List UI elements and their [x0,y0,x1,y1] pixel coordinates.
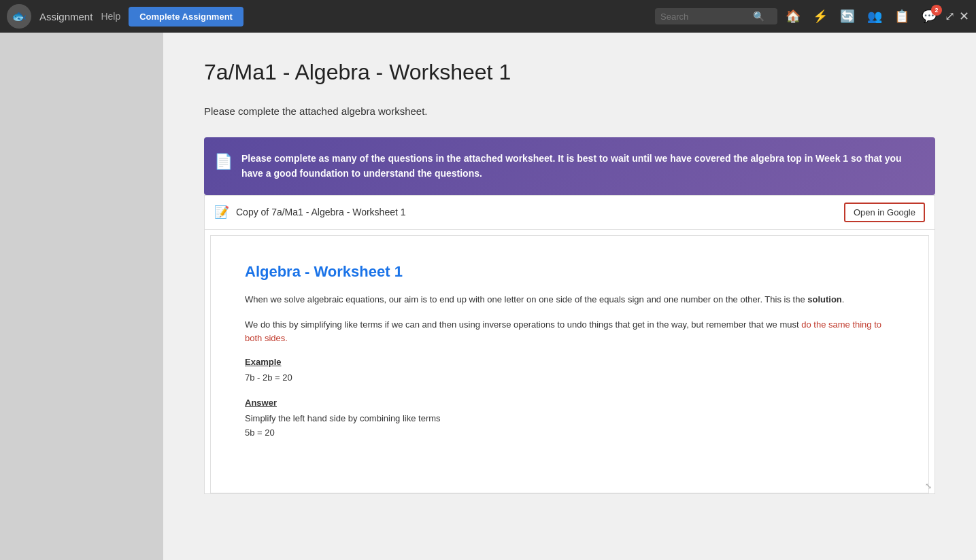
notice-box: 📄 Please complete as many of the questio… [204,137,935,195]
document-panel: 📝 Copy of 7a/Ma1 - Algebra - Worksheet 1… [204,195,935,494]
open-in-google-button[interactable]: Open in Google [844,203,925,222]
example-text: 7b - 2b = 20 [245,371,894,385]
worksheet-title: Algebra - Worksheet 1 [245,263,894,281]
document-wrapper: Algebra - Worksheet 1 When we solve alge… [205,230,935,493]
worksheet-paragraph-1: When we solve algebraic equations, our a… [245,293,894,307]
google-doc-icon: 📝 [214,205,229,220]
document-name: Copy of 7a/Ma1 - Algebra - Worksheet 1 [236,207,837,217]
refresh-icon[interactable]: 🔄 [840,9,855,24]
sidebar [0,33,163,560]
notice-icon: 📄 [214,150,235,170]
help-link[interactable]: Help [101,11,120,22]
document-content: Algebra - Worksheet 1 When we solve alge… [210,235,929,493]
nav-icons: 🏠 ⚡ 🔄 👥 📋 💬 2 [786,9,937,24]
list-icon[interactable]: 📋 [894,9,909,24]
worksheet-paragraph-2: We do this by simplifying like terms if … [245,318,894,347]
answer-label: Answer [245,398,894,408]
document-header: 📝 Copy of 7a/Ma1 - Algebra - Worksheet 1… [205,196,935,230]
group-icon[interactable]: 👥 [867,9,882,24]
logo-icon: 🐟 [12,9,27,24]
comment-badge: 2 [931,5,942,16]
content-area: 7a/Ma1 - Algebra - Worksheet 1 Please co… [163,33,976,560]
complete-assignment-button[interactable]: Complete Assignment [129,7,243,27]
nav-title: Assignment [39,11,92,22]
top-navigation: 🐟 Assignment Help Complete Assignment 🔍 … [0,0,976,33]
main-layout: 7a/Ma1 - Algebra - Worksheet 1 Please co… [0,33,976,560]
search-icon: 🔍 [753,11,764,22]
assignment-title: 7a/Ma1 - Algebra - Worksheet 1 [204,60,935,85]
window-actions: ⤢ ✕ [945,9,969,24]
flash-icon[interactable]: ⚡ [813,9,828,24]
home-icon[interactable]: 🏠 [786,9,801,24]
answer-equation: 5b = 20 [245,426,894,440]
search-bar[interactable]: 🔍 [655,8,777,24]
resize-handle-icon: ⤡ [925,481,932,491]
expand-button[interactable]: ⤢ [945,9,955,24]
notice-text: Please complete as many of the questions… [241,153,902,179]
comment-icon[interactable]: 💬 2 [922,9,937,24]
assignment-description: Please complete the attached algebra wor… [204,105,935,117]
search-input[interactable] [660,12,749,22]
answer-text: Simplify the left hand side by combining… [245,412,894,426]
example-label: Example [245,357,894,367]
app-logo: 🐟 [7,4,31,29]
close-button[interactable]: ✕ [959,9,969,24]
